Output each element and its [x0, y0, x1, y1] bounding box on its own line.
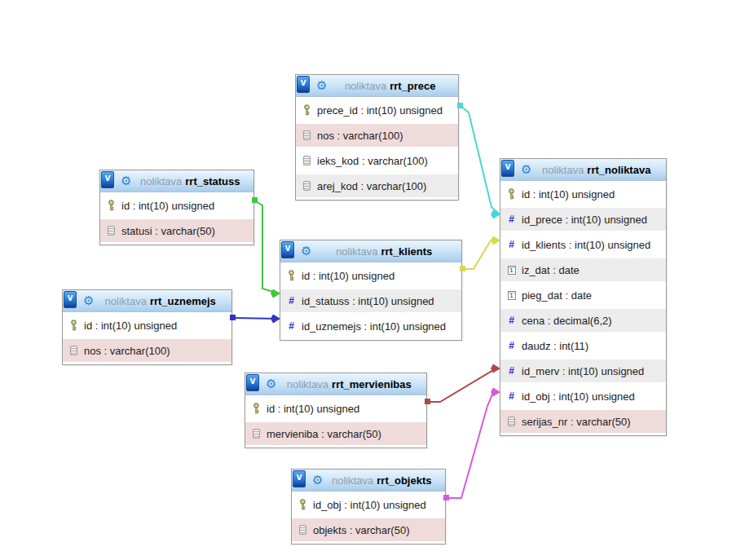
number-icon: [505, 239, 518, 250]
field-label: id_obj : int(10) unsigned: [313, 499, 426, 511]
key-icon: [68, 320, 80, 331]
table-name: rrt_objekts: [377, 474, 431, 487]
collapse-button[interactable]: v: [246, 374, 259, 391]
field-row[interactable]: pieg_dat : date: [500, 284, 666, 306]
table-rrt_klients[interactable]: v noliktavarrt_klients id : int(10) unsi…: [280, 240, 462, 341]
table-header[interactable]: v noliktavarrt_statuss: [100, 170, 253, 192]
field-label: mervieniba : varchar(50): [267, 428, 381, 440]
table-header[interactable]: v noliktavarrt_noliktava: [500, 159, 666, 181]
relation-statuss-klients: [252, 197, 280, 298]
field-label: prece_id : int(10) unsigned: [317, 104, 443, 117]
field-row[interactable]: nos : varchar(100): [63, 339, 231, 362]
relation-line: [232, 318, 279, 319]
relation-line: [254, 201, 279, 293]
field-row[interactable]: id : int(10) unsigned: [500, 183, 666, 205]
field-row[interactable]: statusi : varchar(50): [100, 219, 253, 242]
gear-icon[interactable]: [266, 378, 276, 390]
number-icon: [505, 315, 518, 326]
table-header[interactable]: v noliktavarrt_objekts: [292, 470, 445, 492]
field-label: id_merv : int(10) unsigned: [522, 365, 644, 377]
field-label: id_klients : int(10) unsigned: [522, 239, 650, 251]
field-row[interactable]: objekts : varchar(50): [292, 518, 445, 541]
field-row[interactable]: id : int(10) unsigned: [280, 264, 461, 287]
relation-line: [462, 240, 500, 269]
number-icon: [505, 365, 518, 377]
field-row[interactable]: nos : varchar(100): [296, 124, 458, 147]
number-icon: [285, 295, 297, 306]
field-label: id : int(10) unsigned: [84, 320, 177, 332]
field-label: serijas_nr : varchar(50): [522, 416, 631, 428]
key-icon: [297, 499, 309, 510]
table-name: rrt_klients: [381, 245, 432, 258]
field-row[interactable]: id_statuss : int(10) unsigned: [280, 289, 461, 312]
field-label: id_prece : int(10) unsigned: [522, 214, 647, 226]
gear-icon[interactable]: [121, 175, 131, 187]
table-rrt_objekts[interactable]: v noliktavarrt_objekts id_obj : int(10) …: [291, 469, 446, 545]
relation-line: [427, 368, 499, 402]
gear-icon[interactable]: [521, 164, 531, 176]
number-icon: [505, 214, 518, 225]
collapse-button[interactable]: v: [101, 171, 114, 188]
table-rrt_noliktava[interactable]: v noliktavarrt_noliktava id : int(10) un…: [500, 158, 667, 436]
table-header[interactable]: v noliktavarrt_prece: [296, 75, 458, 97]
field-row[interactable]: id_merv : int(10) unsigned: [500, 359, 666, 382]
field-row[interactable]: id_obj : int(10) unsigned: [500, 385, 666, 408]
field-row[interactable]: id : int(10) unsigned: [63, 314, 231, 337]
field-label: id : int(10) unsigned: [121, 200, 214, 212]
table-rrt_statuss[interactable]: v noliktavarrt_statuss id : int(10) unsi…: [99, 170, 254, 245]
table-name: rrt_noliktava: [587, 164, 650, 176]
table-header[interactable]: v noliktavarrt_klients: [280, 240, 461, 262]
relation-objekts-noliktava: [443, 388, 500, 501]
relation-line: [461, 106, 500, 214]
collapse-button[interactable]: v: [64, 291, 77, 308]
field-label: iz_dat : date: [522, 264, 580, 276]
field-row[interactable]: arej_kod : varchar(100): [296, 174, 458, 197]
text-icon: [505, 417, 518, 426]
table-header[interactable]: v noliktavarrt_uznemejs: [63, 290, 231, 312]
schema-name: noliktava: [336, 245, 377, 258]
field-row[interactable]: id_uznemejs : int(10) unsigned: [280, 315, 461, 337]
number-icon: [505, 390, 518, 402]
gear-icon[interactable]: [316, 80, 327, 92]
table-rrt_uznemejs[interactable]: v noliktavarrt_uznemejs id : int(10) uns…: [62, 289, 232, 365]
relation-uznemejs-klients: [230, 315, 280, 324]
field-row[interactable]: id : int(10) unsigned: [100, 194, 253, 217]
schema-name: noliktava: [140, 175, 182, 187]
schema-name: noliktava: [105, 295, 147, 307]
field-row[interactable]: daudz : int(11): [500, 334, 666, 357]
gear-icon[interactable]: [312, 474, 323, 487]
field-row[interactable]: id : int(10) unsigned: [245, 397, 426, 420]
key-icon: [505, 188, 518, 200]
designer-canvas: v noliktavarrt_prece prece_id : int(10) …: [0, 0, 736, 560]
collapse-button[interactable]: v: [293, 470, 306, 487]
collapse-button[interactable]: v: [501, 160, 514, 177]
text-icon: [68, 346, 80, 355]
field-label: id_uznemejs : int(10) unsigned: [302, 320, 446, 333]
collapse-button[interactable]: v: [281, 241, 294, 258]
field-row[interactable]: cena : decimal(6,2): [500, 309, 666, 332]
collapse-button[interactable]: v: [297, 76, 310, 93]
field-label: statusi : varchar(50): [121, 225, 215, 237]
table-rrt_prece[interactable]: v noliktavarrt_prece prece_id : int(10) …: [295, 74, 459, 201]
relation-mervienibas-noliktava: [425, 364, 500, 405]
field-label: id : int(10) unsigned: [302, 270, 394, 282]
field-row[interactable]: id_prece : int(10) unsigned: [500, 208, 666, 231]
field-row[interactable]: prece_id : int(10) unsigned: [296, 99, 458, 121]
table-name: rrt_mervienibas: [332, 378, 412, 390]
field-row[interactable]: ieks_kod : varchar(100): [296, 149, 458, 172]
table-header[interactable]: v noliktavarrt_mervienibas: [245, 373, 426, 395]
field-row[interactable]: serijas_nr : varchar(50): [500, 410, 666, 433]
field-row[interactable]: iz_dat : date: [500, 258, 666, 281]
key-icon: [285, 270, 297, 281]
field-label: nos : varchar(100): [317, 130, 403, 142]
gear-icon[interactable]: [83, 295, 94, 307]
field-row[interactable]: mervieniba : varchar(50): [245, 422, 426, 445]
field-label: cena : decimal(6,2): [522, 315, 612, 327]
table-name: rrt_statuss: [185, 175, 240, 187]
relation-line: [446, 392, 499, 498]
gear-icon[interactable]: [301, 245, 311, 258]
field-row[interactable]: id_klients : int(10) unsigned: [500, 233, 666, 256]
table-rrt_mervienibas[interactable]: v noliktavarrt_mervienibas id : int(10) …: [245, 373, 427, 448]
field-row[interactable]: id_obj : int(10) unsigned: [292, 493, 445, 516]
table-name: rrt_prece: [390, 80, 435, 92]
